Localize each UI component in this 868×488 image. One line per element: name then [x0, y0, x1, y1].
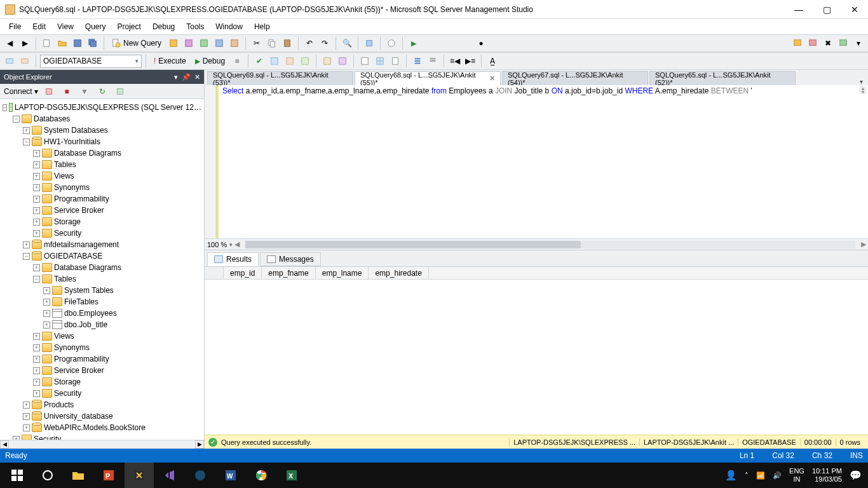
tree-univ[interactable]: University_database: [44, 412, 113, 421]
menu-project[interactable]: Project: [112, 21, 146, 32]
sync-button[interactable]: [113, 85, 127, 98]
connect-button[interactable]: [3, 54, 17, 68]
tree-views[interactable]: Views: [54, 172, 74, 180]
tree-dbdiag[interactable]: Database Diagrams: [54, 149, 121, 158]
db-engine-query-button[interactable]: [166, 36, 180, 50]
undo-button[interactable]: ↶: [302, 36, 316, 50]
col-emp-fname[interactable]: emp_fname: [262, 267, 315, 279]
col-emp-hiredate[interactable]: emp_hiredate: [369, 267, 428, 279]
debug-button[interactable]: ▶ Debug: [191, 57, 229, 65]
tab-query65[interactable]: SQLQuery65.sql - L...SG5JEJK\Ankit (52))…: [649, 71, 796, 85]
menu-window[interactable]: Window: [210, 21, 248, 32]
tree-security3[interactable]: Security: [34, 435, 61, 440]
tree-hw1[interactable]: HW1-YourInitials: [44, 137, 100, 146]
tree-server[interactable]: LAPTOP-DSG5JEJK\SQLEXPRESS (SQL Server 1…: [15, 103, 201, 112]
cortana-button[interactable]: [33, 463, 62, 488]
mdx-query-button[interactable]: [197, 36, 211, 50]
connect-dropdown[interactable]: Connect ▾: [4, 87, 38, 96]
code-editor[interactable]: Select a.emp_id,a.emp_fname,a.emp_lname,…: [205, 85, 868, 250]
tray-language[interactable]: ENG IN: [789, 467, 804, 484]
col-emp-lname[interactable]: emp_lname: [316, 267, 369, 279]
increase-indent-button[interactable]: ▶≡: [463, 54, 477, 68]
cancel-query-button[interactable]: ■: [230, 54, 244, 68]
powerpoint-button[interactable]: P: [94, 463, 123, 488]
menu-help[interactable]: Help: [249, 21, 275, 32]
menu-debug[interactable]: Debug: [147, 21, 180, 32]
visual-studio-button[interactable]: [155, 463, 184, 488]
ssms-button[interactable]: [125, 463, 154, 488]
object-explorer-tree[interactable]: −LAPTOP-DSG5JEJK\SQLEXPRESS (SQL Server …: [0, 99, 204, 440]
intellisense-button[interactable]: [298, 54, 312, 68]
tree-syn2[interactable]: Synonyms: [54, 343, 90, 352]
tree-ogie[interactable]: OGIEDATABASE: [44, 252, 102, 261]
toolbox-button[interactable]: ▾: [851, 36, 865, 50]
include-stats-button[interactable]: [336, 54, 349, 68]
editor-hscroll[interactable]: 100 % ▾ ◀ ▶: [205, 238, 868, 250]
tab-query68[interactable]: SQLQuery68.sql - L...SG5JEJK\Ankit (55))…: [355, 71, 501, 85]
new-query-button[interactable]: New Query: [108, 36, 165, 50]
change-connection-button[interactable]: [18, 54, 32, 68]
registered-servers-button[interactable]: [790, 36, 804, 50]
activity-monitor-button[interactable]: [384, 36, 398, 50]
tray-network-icon[interactable]: 📶: [756, 471, 765, 480]
comment-button[interactable]: [410, 54, 424, 68]
tree-storage2[interactable]: Storage: [54, 377, 81, 386]
tray-volume-icon[interactable]: 🔊: [773, 471, 782, 480]
tree-tables2[interactable]: Tables: [54, 274, 76, 283]
parse-button[interactable]: ✔: [252, 54, 266, 68]
uncomment-button[interactable]: [426, 54, 440, 68]
file-explorer-button[interactable]: [64, 463, 93, 488]
new-project-button[interactable]: [40, 36, 54, 50]
execute-button[interactable]: ! Execute: [150, 57, 190, 65]
close-button[interactable]: ✕: [846, 4, 863, 15]
results-grid[interactable]: emp_id emp_fname emp_lname emp_hiredate: [205, 267, 868, 435]
save-all-button[interactable]: [86, 36, 100, 50]
panel-close-button[interactable]: ✕: [194, 73, 200, 81]
paste-button[interactable]: [280, 36, 294, 50]
tree-products[interactable]: Products: [44, 400, 74, 409]
tab-close-button[interactable]: ✕: [489, 74, 495, 83]
excel-button[interactable]: X: [277, 463, 306, 488]
tab-results[interactable]: Results: [207, 252, 259, 266]
tree-tables[interactable]: Tables: [54, 160, 76, 169]
split-button[interactable]: ‡: [859, 86, 867, 94]
find-button[interactable]: 🔍: [340, 36, 354, 50]
tab-query67[interactable]: SQLQuery67.sql - L...SG5JEJK\Ankit (54))…: [502, 71, 648, 85]
dmx-query-button[interactable]: [212, 36, 226, 50]
tree-filetables[interactable]: FileTables: [64, 297, 98, 306]
tree-svcbrk[interactable]: Service Broker: [54, 206, 104, 215]
start-button[interactable]: ▶: [407, 36, 421, 50]
template-browser-button[interactable]: ✖: [821, 36, 835, 50]
results-grid-button[interactable]: [373, 54, 387, 68]
tree-systables[interactable]: System Tables: [64, 286, 114, 295]
filter-button[interactable]: ▼: [78, 85, 92, 98]
panel-dropdown-button[interactable]: ▾: [174, 73, 178, 81]
tabs-overflow-button[interactable]: ▾: [857, 78, 868, 85]
menu-tools[interactable]: Tools: [181, 21, 209, 32]
tree-dbdiag2[interactable]: Database Diagrams: [54, 263, 121, 272]
tree-mfd[interactable]: mfdetailsmanagement: [44, 240, 119, 249]
results-text-button[interactable]: [358, 54, 372, 68]
include-plan-button[interactable]: [320, 54, 334, 68]
start-button[interactable]: [3, 463, 32, 488]
menu-file[interactable]: File: [4, 21, 26, 32]
code-text[interactable]: Select a.emp_id,a.emp_fname,a.emp_lname,…: [219, 85, 868, 250]
tray-people-icon[interactable]: 👤: [725, 470, 737, 481]
tray-clock[interactable]: 10:11 PM 19/03/05: [812, 467, 842, 484]
specify-values-button[interactable]: A̲: [485, 54, 499, 68]
stop-button[interactable]: ■: [60, 85, 74, 98]
menu-view[interactable]: View: [52, 21, 79, 32]
menu-query[interactable]: Query: [80, 21, 111, 32]
nav-back-button[interactable]: ◀: [3, 36, 17, 50]
tree-svcbrk2[interactable]: Service Broker: [54, 366, 104, 375]
save-button[interactable]: [71, 36, 85, 50]
minimize-button[interactable]: —: [790, 4, 807, 15]
tree-emp[interactable]: dbo.Employees: [64, 309, 117, 318]
open-button[interactable]: [55, 36, 69, 50]
tree-jobt[interactable]: dbo.Job_title: [64, 320, 107, 329]
query-options-button[interactable]: [283, 54, 297, 68]
disconnect-button[interactable]: [42, 85, 56, 98]
tree-prog2[interactable]: Programmability: [54, 355, 109, 363]
tab-query69[interactable]: SQLQuery69.sql - L...SG5JEJK\Ankit (53))…: [207, 71, 353, 85]
tree-webapi[interactable]: WebAPIRc.Models.BookStore: [44, 423, 146, 432]
